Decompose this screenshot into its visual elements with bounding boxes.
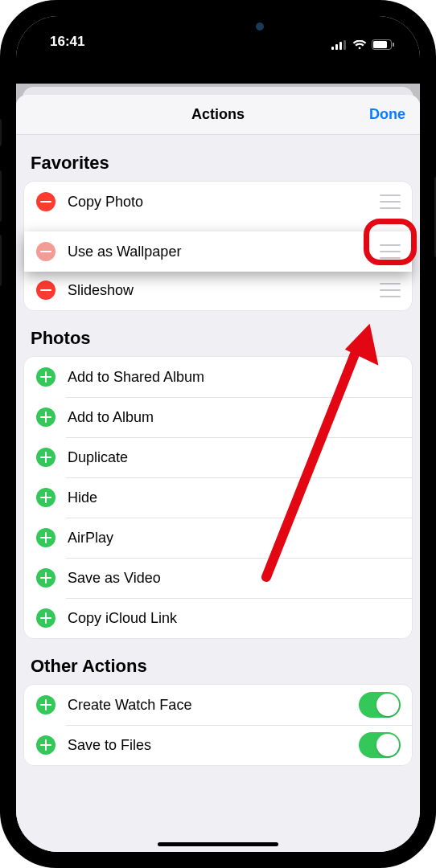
drag-handle-icon[interactable] [380,194,401,209]
under-status [16,51,420,84]
remove-icon[interactable] [36,192,56,211]
add-icon[interactable] [36,407,56,427]
row-label: Copy iCloud Link [68,610,401,627]
svg-rect-2 [339,42,342,50]
remove-icon[interactable] [36,280,56,300]
add-icon[interactable] [36,608,56,628]
row-label: Copy Photo [68,194,373,211]
drag-handle-icon[interactable] [380,283,401,297]
row-label: Save as Video [68,570,401,587]
row-label: AirPlay [68,530,401,547]
remove-icon[interactable] [36,242,56,261]
status-time: 16:41 [39,34,84,50]
row-label: Add to Shared Album [68,369,401,386]
add-icon[interactable] [36,488,56,507]
wifi-icon [352,40,367,50]
photos-row-duplicate[interactable]: Duplicate [24,437,412,477]
row-label: Duplicate [68,449,401,466]
favorites-row-use-as-wallpaper[interactable]: Use as Wallpaper [24,231,412,272]
favorites-group: Copy Photo Use as Wallpaper Slideshow [24,182,412,310]
camera-dot [256,23,264,31]
done-button[interactable]: Done [369,106,405,123]
add-icon[interactable] [36,528,56,547]
photos-row-add-album[interactable]: Add to Album [24,397,412,437]
row-label: Create Watch Face [68,697,352,714]
row-label: Hide [68,489,401,506]
svg-rect-6 [393,43,394,47]
section-header-photos: Photos [16,310,420,357]
drag-handle-icon[interactable] [380,244,401,259]
toggle-switch[interactable] [359,732,401,758]
status-right [331,39,397,50]
photos-row-copy-icloud[interactable]: Copy iCloud Link [24,598,412,638]
photos-group: Add to Shared Album Add to Album Duplica… [24,357,412,638]
section-header-other: Other Actions [16,638,420,685]
other-row-create-watch-face[interactable]: Create Watch Face [24,685,412,725]
device-frame: 16:41 Actions Done Favorites [0,0,436,868]
nav-title: Actions [191,106,245,123]
row-label: Add to Album [68,409,401,426]
add-icon[interactable] [36,695,56,714]
add-icon[interactable] [36,367,56,387]
mute-switch [0,119,2,146]
toggle-switch[interactable] [359,692,401,718]
svg-rect-0 [331,47,334,50]
other-group: Create Watch Face Save to Files [24,685,412,765]
svg-rect-1 [335,44,338,50]
screen: 16:41 Actions Done Favorites [16,16,420,852]
volume-up-button [0,170,2,222]
add-icon[interactable] [36,735,56,755]
nav-bar: Actions Done [16,95,420,135]
cellular-icon [331,40,348,50]
svg-rect-3 [343,40,346,50]
svg-rect-5 [373,41,387,48]
add-icon[interactable] [36,568,56,588]
favorites-row-copy-photo[interactable]: Copy Photo [24,182,412,222]
content[interactable]: Favorites Copy Photo Use as Wallpaper [16,135,420,852]
actions-sheet: Actions Done Favorites Copy Photo [16,95,420,852]
row-label: Slideshow [68,282,373,299]
row-label: Save to Files [68,737,352,754]
photos-row-airplay[interactable]: AirPlay [24,518,412,558]
home-indicator[interactable] [158,842,278,846]
photos-row-save-video[interactable]: Save as Video [24,558,412,598]
section-header-favorites: Favorites [16,135,420,182]
row-label: Use as Wallpaper [68,244,373,260]
sheet-backdrop: Actions Done Favorites Copy Photo [16,84,420,852]
photos-row-add-shared[interactable]: Add to Shared Album [24,357,412,397]
photos-row-hide[interactable]: Hide [24,477,412,518]
volume-down-button [0,235,2,286]
favorites-row-slideshow[interactable]: Slideshow [24,270,412,310]
other-row-save-to-files[interactable]: Save to Files [24,725,412,765]
add-icon[interactable] [36,448,56,467]
battery-icon [372,39,394,50]
notch [134,16,302,40]
